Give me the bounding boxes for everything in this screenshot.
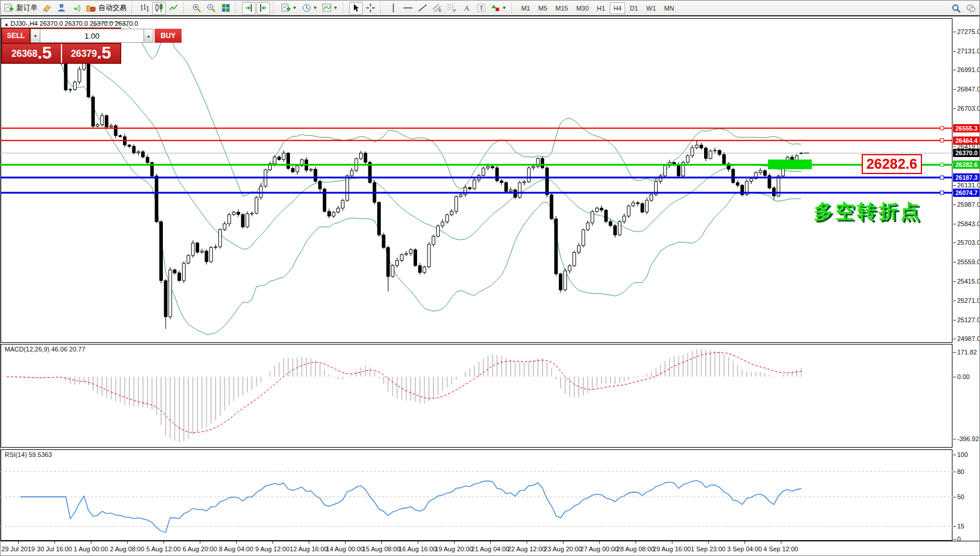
price-flag-label[interactable]: 26282.6 [862, 154, 922, 174]
volume-input[interactable] [40, 29, 144, 43]
search-button[interactable] [950, 2, 963, 15]
candlestick-chart-icon [154, 3, 164, 13]
profile-icon [57, 3, 67, 13]
eraser-button[interactable] [40, 2, 54, 15]
new-chart-button[interactable]: ▼ [279, 2, 299, 15]
time-label: 6 Aug 20:00 [183, 545, 217, 552]
clock-icon [302, 3, 312, 13]
time-label: 4 Sep 12:00 [763, 545, 798, 552]
axis-tick-label: 27131.0 [957, 47, 980, 54]
volume-decrease-button[interactable]: ▼ [30, 29, 40, 43]
axis-tick-label: 50 [957, 493, 964, 500]
shapes-button[interactable]: ▼ [489, 2, 508, 15]
zoom-in-button[interactable] [190, 2, 203, 15]
bar-chart-button[interactable] [138, 2, 151, 15]
candlestick-chart-button[interactable] [152, 2, 166, 15]
timeframe-D1[interactable]: D1 [626, 2, 641, 14]
time-tick-mark [490, 541, 491, 544]
fibonacci-button[interactable]: F [445, 2, 459, 15]
highlight-rectangle[interactable] [768, 159, 812, 169]
timeframe-MN[interactable]: MN [661, 2, 678, 14]
autotrading-button[interactable]: 自动交易 [84, 2, 128, 15]
signal-button[interactable] [70, 2, 83, 15]
axis-tick-mark [953, 108, 956, 109]
macd-svg[interactable] [1, 344, 952, 448]
hline-handle[interactable] [940, 139, 944, 142]
volume-increase-button[interactable]: ▲ [144, 29, 153, 43]
svg-text:F: F [453, 9, 456, 13]
time-label: 29 Aug 16:00 [653, 545, 691, 552]
axis-tick-mark [953, 455, 956, 455]
buy-price[interactable]: 26379 .5 [62, 44, 121, 63]
tile-windows-button[interactable] [219, 2, 233, 15]
channel-button[interactable]: E [431, 2, 444, 15]
hline-handle[interactable] [940, 163, 944, 166]
trendline-icon [418, 3, 428, 13]
timeframe-H4[interactable]: H4 [610, 2, 625, 14]
buy-price-main: 26379 [71, 48, 97, 60]
sell-price-main: 26368 [11, 48, 37, 60]
time-label: 8 Aug 04:00 [219, 545, 254, 552]
collapse-marker-icon[interactable]: ▲ [4, 22, 9, 27]
crosshair-button[interactable] [364, 2, 377, 15]
axis-tick-mark [953, 204, 956, 205]
time-tick-mark [236, 541, 237, 544]
axis-tick-mark [953, 32, 956, 32]
timeframe-M1[interactable]: M1 [518, 2, 534, 14]
trendline-button[interactable] [416, 2, 429, 15]
hline-handle[interactable] [940, 191, 944, 195]
sell-button[interactable]: SELL [2, 29, 29, 43]
periods-button[interactable]: ▼ [300, 2, 319, 15]
time-tick-mark [91, 541, 91, 544]
profile-button[interactable] [55, 2, 69, 15]
axis-tick-mark [953, 224, 956, 224]
bar-chart-icon [139, 3, 149, 13]
timeframe-M5[interactable]: M5 [535, 2, 551, 14]
toolbar-separator [380, 2, 384, 14]
vertical-line-button[interactable] [387, 2, 400, 15]
axis-tick-mark [953, 339, 956, 339]
indicators-button[interactable]: ▼ [320, 2, 340, 15]
time-tick-mark [381, 541, 382, 544]
axis-tick-label: 171.82 [957, 349, 977, 356]
rsi-panel[interactable] [1, 449, 952, 541]
cursor-button[interactable] [349, 2, 363, 15]
hline-handle[interactable] [940, 176, 944, 179]
hline-handle[interactable] [940, 127, 944, 130]
line-chart-button[interactable] [167, 2, 180, 15]
axis-tick-label: 25703.0 [957, 239, 980, 246]
zoom-out-icon [206, 3, 216, 13]
new-order-button[interactable]: 新订单 [2, 2, 39, 15]
buy-button[interactable]: BUY [155, 29, 182, 43]
time-tick-mark [163, 541, 164, 544]
rsi-svg[interactable] [1, 449, 952, 541]
price-tag-26282.6: 26282.6 [953, 161, 980, 169]
horizontal-line-button[interactable] [401, 2, 415, 15]
new-order-label: 新订单 [16, 3, 37, 13]
price-tag-26187.3: 26187.3 [953, 173, 980, 182]
time-tick-mark [527, 541, 527, 544]
auto-scroll-button[interactable] [242, 2, 255, 15]
timeframe-W1[interactable]: W1 [643, 2, 660, 14]
svg-text:E: E [439, 8, 442, 12]
macd-label: MACD(12,26,9) 46.06 20.77 [5, 346, 86, 353]
toolbar-separator [235, 2, 240, 14]
time-label: 1 Aug 00:00 [74, 545, 108, 552]
zoom-out-button[interactable] [204, 2, 218, 15]
macd-panel[interactable] [1, 344, 952, 448]
sell-price[interactable]: 26368 .5 [2, 44, 62, 63]
timeframe-M30[interactable]: M30 [573, 2, 592, 14]
axis-tick-mark [953, 526, 956, 527]
chart-shift-button[interactable] [257, 2, 270, 15]
time-label: 5 Aug 12:00 [146, 545, 181, 552]
text-button[interactable]: A [460, 2, 473, 15]
price-chart[interactable] [1, 18, 952, 343]
text-label-button[interactable]: T [474, 2, 488, 15]
time-tick-mark [563, 541, 564, 544]
time-label: 23 Aug 20:00 [544, 545, 582, 552]
timeframe-H1[interactable]: H1 [593, 2, 609, 14]
main-chart-svg[interactable] [1, 18, 952, 343]
chat-button[interactable] [964, 2, 978, 15]
timeframe-M15[interactable]: M15 [552, 2, 571, 14]
time-tick-mark [309, 541, 309, 544]
